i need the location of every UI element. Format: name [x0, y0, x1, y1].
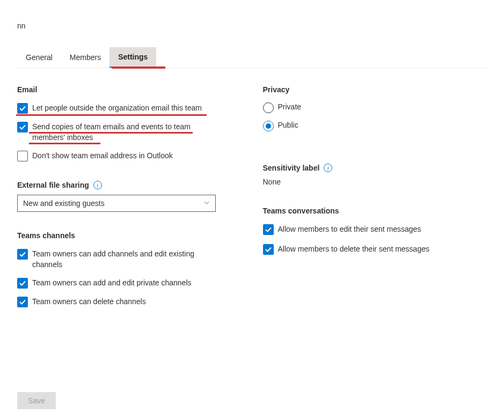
sensitivity-title-row: Sensitivity label i: [263, 164, 487, 172]
check-icon: [19, 298, 26, 306]
email-section: Email Let people outside the organizatio…: [17, 85, 242, 161]
email-title: Email: [17, 85, 242, 94]
check-icon: [265, 226, 272, 233]
email-hide-checkbox[interactable]: [17, 151, 28, 161]
info-icon[interactable]: i: [324, 164, 332, 172]
annotation-underline-2b: [29, 143, 100, 144]
privacy-section: Privacy Private Public: [263, 85, 487, 131]
privacy-public-label: Public: [278, 121, 298, 129]
team-name: nn: [17, 21, 487, 30]
channels-add-edit-label: Team owners can add channels and edit ex…: [32, 248, 204, 270]
channels-add-edit-checkbox[interactable]: [17, 249, 28, 260]
external-sharing-title: External file sharing: [17, 181, 89, 189]
email-copies-row: Send copies of team emails and events to…: [17, 121, 242, 143]
sensitivity-section: Sensitivity label i None: [263, 164, 487, 186]
conv-delete-row: Allow members to delete their sent messa…: [263, 244, 487, 255]
channels-delete-row: Team owners can delete channels: [17, 296, 242, 307]
external-sharing-select[interactable]: New and existing guests: [17, 195, 216, 212]
check-icon: [19, 105, 26, 112]
right-column: Privacy Private Public Sensitivity label…: [263, 85, 487, 327]
email-copies-checkbox[interactable]: [17, 122, 28, 132]
check-icon: [265, 246, 272, 253]
header: nn General Members Settings: [0, 0, 504, 68]
external-sharing-section: External file sharing i New and existing…: [17, 181, 242, 212]
radio-dot: [266, 123, 271, 129]
privacy-private-label: Private: [278, 102, 302, 111]
save-button[interactable]: Save: [17, 392, 56, 409]
conv-delete-label: Allow members to delete their sent messa…: [278, 244, 429, 255]
channels-private-checkbox[interactable]: [17, 278, 28, 289]
privacy-public-row: Public: [263, 121, 487, 131]
teams-channels-section: Teams channels Team owners can add chann…: [17, 231, 242, 307]
sensitivity-value: None: [263, 178, 487, 186]
privacy-private-radio[interactable]: [263, 102, 274, 113]
email-hide-row: Don't show team email address in Outlook: [17, 150, 242, 161]
annotation-underline-2a: [29, 132, 193, 134]
tab-general[interactable]: General: [17, 47, 61, 68]
tab-members[interactable]: Members: [61, 47, 109, 68]
tabs: General Members Settings: [17, 47, 487, 68]
conv-edit-row: Allow members to edit their sent message…: [263, 224, 487, 235]
info-icon[interactable]: i: [93, 181, 102, 189]
teams-channels-title: Teams channels: [17, 231, 242, 240]
chevron-down-icon: [203, 199, 210, 208]
email-outside-label: Let people outside the organization emai…: [32, 102, 202, 114]
left-column: Email Let people outside the organizatio…: [17, 85, 242, 327]
privacy-title: Privacy: [263, 85, 487, 94]
email-outside-row: Let people outside the organization emai…: [17, 102, 242, 114]
email-outside-checkbox[interactable]: [17, 103, 28, 114]
teams-conversations-title: Teams conversations: [263, 207, 487, 215]
content: Email Let people outside the organizatio…: [0, 68, 504, 344]
check-icon: [19, 123, 26, 131]
channels-add-edit-row: Team owners can add channels and edit ex…: [17, 248, 242, 270]
annotation-underline-1: [16, 114, 207, 116]
check-icon: [19, 250, 26, 258]
channels-delete-label: Team owners can delete channels: [32, 296, 146, 307]
conv-delete-checkbox[interactable]: [263, 244, 274, 255]
privacy-public-radio[interactable]: [263, 121, 274, 131]
privacy-private-row: Private: [263, 102, 487, 113]
channels-private-label: Team owners can add and edit private cha…: [32, 277, 192, 289]
check-icon: [19, 279, 26, 287]
email-hide-label: Don't show team email address in Outlook: [32, 150, 173, 161]
conv-edit-checkbox[interactable]: [263, 224, 274, 235]
channels-delete-checkbox[interactable]: [17, 297, 28, 307]
sensitivity-title: Sensitivity label: [263, 164, 320, 172]
tabs-container: General Members Settings: [17, 47, 487, 68]
annotation-underline-tabs: [112, 67, 165, 69]
teams-conversations-section: Teams conversations Allow members to edi…: [263, 207, 487, 255]
channels-private-row: Team owners can add and edit private cha…: [17, 277, 242, 289]
tab-settings[interactable]: Settings: [109, 47, 156, 68]
external-sharing-value: New and existing guests: [23, 199, 105, 208]
conv-edit-label: Allow members to edit their sent message…: [278, 224, 421, 235]
external-sharing-title-row: External file sharing i: [17, 181, 242, 189]
